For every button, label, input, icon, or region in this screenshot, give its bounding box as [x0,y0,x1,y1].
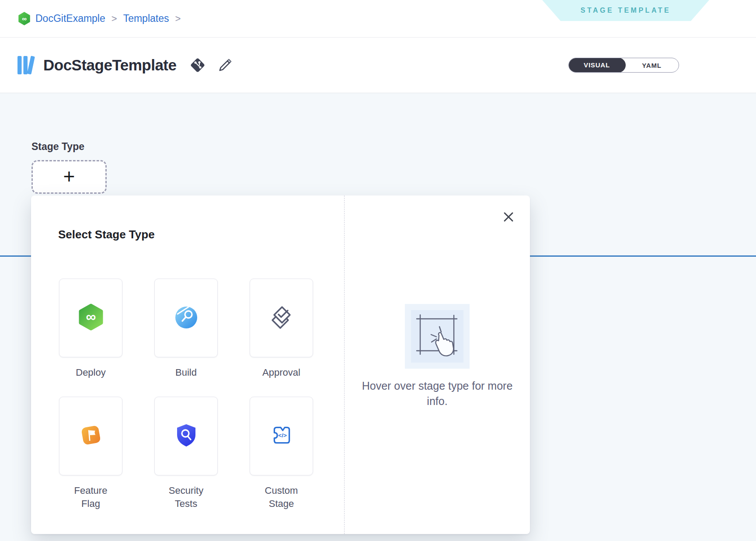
stage-type-label-deploy: Deploy [65,366,117,379]
stage-template-ribbon: STAGE TEMPLATE [542,0,709,21]
stage-type-label-approval: Approval [256,366,307,379]
stage-type-deploy: ∞Deploy [59,279,122,379]
stage-info-panel: Hover over stage type for more info. [345,195,530,534]
breadcrumb-project-link[interactable]: DocGitExample [35,13,105,24]
stage-type-security-tests: Security Tests [154,397,218,510]
hover-hint-text: Hover over stage type for more info. [354,378,520,409]
build-circle-icon [174,305,199,331]
stage-template-page: ∞ DocGitExample > Templates > STAGE TEMP… [0,0,756,541]
hover-hand-illustration [405,304,470,369]
view-mode-toggle: VISUAL YAML [568,58,679,73]
select-stage-type-modal: Select Stage Type ∞DeployBuildApproval F… [31,195,530,534]
stage-type-card-build[interactable] [154,279,218,357]
edit-pencil-icon[interactable] [217,57,233,73]
stage-type-row-1: ∞DeployBuildApproval [59,279,313,379]
breadcrumb-separator: > [111,13,117,24]
security-shield-icon [174,422,198,450]
stage-type-label-custom-stage: Custom Stage [256,484,307,510]
stage-type-row-2: Feature FlagSecurity Tests</>Custom Stag… [59,397,313,510]
breadcrumb-separator: > [175,13,181,24]
plus-icon: + [63,164,75,188]
page-title: DocStageTemplate [43,56,177,74]
stage-type-label-security-tests: Security Tests [160,484,212,510]
deploy-hexagon-icon: ∞ [78,304,104,332]
stage-type-custom-stage: </>Custom Stage [250,397,313,510]
breadcrumb-templates-link[interactable]: Templates [123,13,169,24]
stage-type-label: Stage Type [31,141,84,153]
stage-type-label-build: Build [160,366,212,379]
svg-text:∞: ∞ [22,15,27,22]
harness-infinity-logo-icon: ∞ [18,12,30,25]
stage-template-ribbon-label: STAGE TEMPLATE [581,7,671,14]
toggle-yaml[interactable]: YAML [625,59,679,72]
svg-text:∞: ∞ [86,309,96,325]
stage-type-approval: Approval [250,279,313,379]
git-sync-icon[interactable] [188,56,207,75]
stage-type-card-deploy[interactable]: ∞ [59,279,122,357]
svg-text:</>: </> [278,432,287,439]
hover-hand-illustration-inner [411,310,463,363]
approval-diamond-check-icon [268,304,295,332]
toggle-visual[interactable]: VISUAL [568,58,626,73]
stage-type-label-feature-flag: Feature Flag [65,484,117,510]
custom-stage-ticket-icon: </> [269,422,294,450]
stage-type-panel: Select Stage Type ∞DeployBuildApproval F… [31,195,345,534]
modal-title: Select Stage Type [58,228,155,241]
stage-type-card-approval[interactable] [250,279,313,357]
stage-type-build: Build [154,279,218,379]
feature-flag-icon [78,422,104,450]
stage-type-card-feature-flag[interactable] [59,397,122,475]
stage-type-card-custom-stage[interactable]: </> [250,397,313,475]
add-stage-button[interactable]: + [31,160,107,194]
template-title-bar: DocStageTemplate VISUAL YAML [0,38,756,93]
stage-type-feature-flag: Feature Flag [59,397,122,510]
template-library-icon [17,55,36,75]
stage-type-card-security-tests[interactable] [154,397,218,475]
